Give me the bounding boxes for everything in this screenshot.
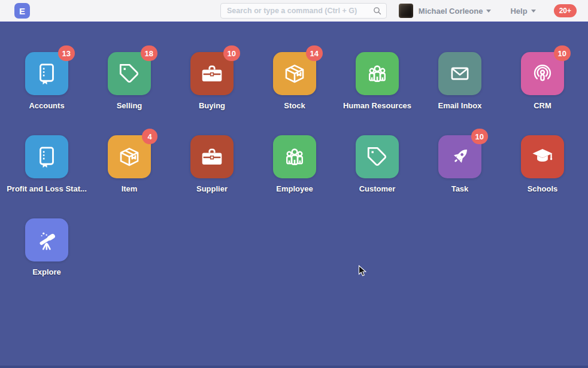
module-label: Employee: [276, 184, 313, 193]
bottom-edge: [0, 366, 588, 368]
module-label: Human Resources: [343, 101, 411, 110]
module-cell-task: 10 Task: [419, 135, 501, 193]
module-grid: 13 Accounts 18 Selling 10 Buying 14 Stoc…: [5, 52, 588, 302]
search-input[interactable]: [220, 3, 387, 19]
telescope-icon: [34, 227, 59, 253]
global-search: [220, 3, 387, 19]
module-cell-explore: Explore: [5, 218, 88, 276]
module-cell-item: 4 Item: [88, 135, 171, 193]
module-tile[interactable]: [273, 135, 316, 178]
package-icon: [282, 61, 307, 86]
module-cell-supplier: Supplier: [171, 135, 253, 193]
people-icon: [365, 61, 390, 86]
module-cell-stock: 14 Stock: [253, 52, 336, 110]
top-navbar: E Michael Corleone Help 20+: [0, 0, 588, 23]
module-label: Buying: [199, 101, 225, 110]
module-tile[interactable]: [190, 135, 234, 178]
module-tile[interactable]: [25, 135, 68, 178]
module-cell-customer: Customer: [336, 135, 419, 193]
notifications-badge[interactable]: 20+: [554, 4, 577, 17]
user-menu[interactable]: Michael Corleone: [419, 7, 483, 16]
module-cell-buying: 10 Buying: [171, 52, 253, 110]
user-avatar[interactable]: [399, 4, 413, 18]
book-icon: [34, 61, 59, 86]
module-tile[interactable]: [438, 52, 481, 95]
envelope-icon: [447, 61, 472, 86]
people-icon: [282, 144, 307, 169]
count-badge: 4: [142, 129, 157, 144]
podcast-icon: [530, 61, 555, 86]
briefcase-icon: [199, 144, 225, 169]
module-cell-crm: 10 CRM: [501, 52, 584, 110]
module-label: Task: [451, 184, 469, 193]
count-badge: 10: [554, 45, 571, 61]
module-tile[interactable]: [25, 218, 68, 261]
search-icon: [372, 6, 382, 16]
count-badge: 10: [223, 45, 240, 61]
module-tile[interactable]: 10: [438, 135, 481, 178]
module-label: Customer: [359, 184, 396, 193]
module-label: Item: [122, 184, 138, 193]
module-cell-human-resources: Human Resources: [336, 52, 419, 110]
module-label: Schools: [528, 184, 558, 193]
chevron-down-icon: [531, 10, 536, 13]
module-label: CRM: [534, 101, 551, 110]
module-tile[interactable]: 10: [521, 52, 564, 95]
module-tile[interactable]: [356, 135, 399, 178]
module-tile[interactable]: 4: [108, 135, 151, 178]
chevron-down-icon: [486, 10, 491, 13]
navbar-right: Michael Corleone Help 20+: [399, 0, 577, 22]
package-icon: [117, 144, 142, 169]
count-badge: 13: [58, 45, 75, 61]
module-tile[interactable]: 13: [25, 52, 68, 95]
count-badge: 18: [141, 45, 157, 61]
module-cell-profit-and-loss-stat: Profit and Loss Stat...: [5, 135, 88, 193]
module-tile[interactable]: [356, 52, 399, 95]
book-icon: [34, 144, 59, 169]
tag-icon: [365, 144, 390, 169]
count-badge: 10: [471, 129, 488, 144]
desk-area: 13 Accounts 18 Selling 10 Buying 14 Stoc…: [0, 23, 588, 366]
module-label: Email Inbox: [438, 101, 482, 110]
module-label: Selling: [117, 101, 143, 110]
count-badge: 14: [306, 45, 323, 61]
module-cell-accounts: 13 Accounts: [5, 52, 88, 110]
module-tile[interactable]: 14: [273, 52, 316, 95]
module-tile[interactable]: [521, 135, 564, 178]
module-cell-email-inbox: Email Inbox: [419, 52, 501, 110]
module-tile[interactable]: 18: [108, 52, 151, 95]
module-label: Profit and Loss Stat...: [7, 184, 87, 193]
graduation-cap-icon: [530, 144, 555, 169]
module-cell-selling: 18 Selling: [88, 52, 171, 110]
tag-icon: [117, 61, 142, 86]
module-label: Stock: [284, 101, 305, 110]
module-label: Supplier: [196, 184, 228, 193]
mouse-cursor: [358, 265, 369, 277]
rocket-icon: [447, 144, 472, 169]
briefcase-icon: [199, 61, 225, 86]
module-tile[interactable]: 10: [190, 52, 234, 95]
module-cell-employee: Employee: [253, 135, 336, 193]
module-cell-schools: Schools: [501, 135, 584, 193]
help-menu[interactable]: Help: [510, 7, 527, 16]
module-label: Accounts: [29, 101, 64, 110]
module-label: Explore: [32, 267, 61, 276]
app-logo[interactable]: E: [14, 3, 30, 19]
